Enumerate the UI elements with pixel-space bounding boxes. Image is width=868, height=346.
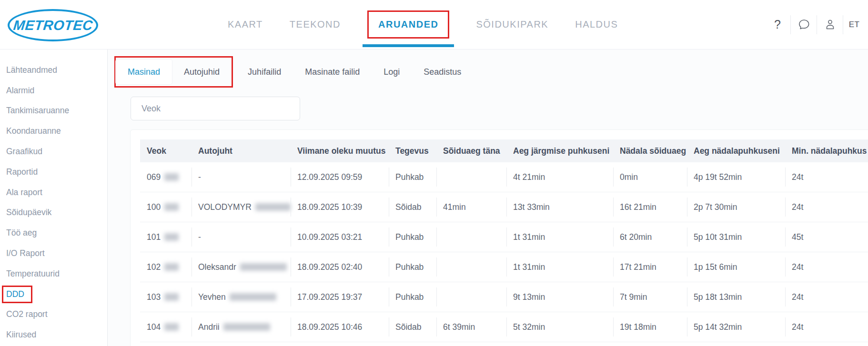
filter-box	[131, 97, 300, 120]
sidebar-item-graafikud[interactable]: Graafikud	[0, 141, 107, 162]
table-cell: 24t	[785, 252, 868, 282]
sidebar-item-ala-raport[interactable]: Ala raport	[0, 182, 107, 203]
ddd-table-card: VeokAutojuhtViimane oleku muutusTegevusS…	[130, 129, 868, 346]
sidebar-item-label: Ala raport	[6, 188, 42, 198]
metrotec-logo[interactable]: METROTEC	[8, 9, 98, 41]
tab-masinad[interactable]: Masinad	[116, 59, 172, 84]
sidebar-item-koondaruanne[interactable]: Koondaruanne	[0, 121, 107, 141]
redacted-blur	[223, 323, 270, 331]
nav-item-label: TEEKOND	[290, 19, 341, 30]
cell-veok: 100	[140, 192, 192, 222]
table-cell	[436, 222, 506, 252]
cell-autojuht: -	[192, 162, 291, 192]
help-icon[interactable]: ?	[765, 18, 790, 31]
redacted-blur	[240, 263, 287, 271]
table-cell: 9t 13min	[506, 282, 613, 312]
chat-icon[interactable]	[791, 18, 817, 31]
table-cell: 6t 20min	[613, 222, 687, 252]
user-icon[interactable]	[817, 18, 843, 31]
table-cell: Puhkab	[389, 282, 436, 312]
column-header: Nädala sõiduaeg	[613, 146, 687, 156]
table-cell: 24t	[785, 192, 868, 222]
sidebar-item-l-hteandmed[interactable]: Lähteandmed	[0, 60, 107, 80]
sidebar-item-co2-raport[interactable]: CO2 raport	[0, 305, 107, 325]
table-row[interactable]: 102 Oleksandr 18.09.2025 02:40Puhkab1t 3…	[140, 252, 868, 282]
table-cell: 2p 7t 30min	[687, 192, 785, 222]
language-selector[interactable]: ET	[843, 20, 865, 30]
tab-juhifailid[interactable]: Juhifailid	[236, 59, 293, 84]
nav-item-teekond[interactable]: TEEKOND	[290, 19, 341, 30]
vehicle-filter-input[interactable]	[131, 97, 300, 120]
table-cell: 5p 10t 31min	[687, 222, 785, 252]
table-row[interactable]: 104 Andrii 18.09.2025 10:46Sõidab6t 39mi…	[140, 312, 868, 342]
sidebar-item-label: Kiirused	[6, 330, 36, 340]
nav-item-kaart[interactable]: KAART	[228, 19, 263, 30]
nav-item-haldus[interactable]: HALDUS	[575, 19, 618, 30]
sidebar-item-label: Koondaruanne	[6, 126, 61, 136]
cell-autojuht: Yevhen	[192, 282, 291, 312]
cell-autojuht: -	[192, 222, 291, 252]
sidebar-item-tankimisaruanne[interactable]: Tankimisaruanne	[0, 101, 107, 121]
cell-veok: 103	[140, 282, 192, 312]
table-row[interactable]: 103 Yevhen 17.09.2025 19:37Puhkab9t 13mi…	[140, 282, 868, 312]
sidebar-item-label: Lähteandmed	[6, 65, 57, 75]
redacted-blur	[164, 323, 179, 331]
report-tabs: MasinadAutojuhidJuhifailidMasinate faili…	[108, 56, 473, 88]
table-cell: 18.09.2025 02:40	[291, 252, 389, 282]
annotation-box-tabs: MasinadAutojuhid	[114, 56, 233, 88]
table-cell	[436, 162, 506, 192]
logo-text: METROTEC	[12, 18, 93, 33]
table-header-row: VeokAutojuhtViimane oleku muutusTegevusS…	[140, 139, 868, 162]
cell-veok: 101	[140, 222, 192, 252]
table-cell: Puhkab	[389, 162, 436, 192]
table-cell: 41min	[436, 192, 506, 222]
sidebar-item-ddd[interactable]: DDD	[0, 284, 107, 305]
tab-masinate-failid[interactable]: Masinate failid	[293, 59, 372, 84]
column-header: Aeg järgmise puhkuseni	[506, 146, 613, 156]
table-cell: 10.09.2025 03:21	[291, 222, 389, 252]
table-cell: 7t 9min	[613, 282, 687, 312]
nav-item-s-idukipark[interactable]: SÕIDUKIPARK	[476, 19, 548, 30]
table-cell: 5p 14t 32min	[687, 312, 785, 342]
table-cell	[436, 282, 506, 312]
table-cell: 1t 31min	[506, 252, 613, 282]
table-cell: 17t 21min	[613, 252, 687, 282]
sidebar-item-label: Tankimisaruanne	[6, 106, 69, 116]
cell-veok: 104	[140, 312, 192, 342]
tab-logi[interactable]: Logi	[372, 59, 412, 84]
sidebar-item-label: Raportid	[6, 167, 38, 177]
redacted-blur	[164, 203, 179, 211]
table-cell: 5t 32min	[506, 312, 613, 342]
sidebar-item-temperatuurid[interactable]: Temperatuurid	[0, 264, 107, 284]
table-row[interactable]: 100 VOLODYMYR 18.09.2025 10:39Sõidab41mi…	[140, 192, 868, 222]
nav-item-aruanded-annotated[interactable]: ARUANDED	[367, 10, 449, 39]
sidebar: Lähteandmed Alarmid Tankimisaruanne Koon…	[0, 49, 108, 346]
cell-autojuht: VOLODYMYR	[192, 192, 291, 222]
table-cell: 5p 18t 13min	[687, 282, 785, 312]
table-cell: Puhkab	[389, 252, 436, 282]
table-cell: 0min	[613, 162, 687, 192]
sidebar-item-kiirused[interactable]: Kiirused	[0, 325, 107, 345]
sidebar-item-t-aeg[interactable]: Töö aeg	[0, 223, 107, 243]
sidebar-menu: Lähteandmed Alarmid Tankimisaruanne Koon…	[0, 49, 107, 345]
column-header: Min. nädalapuhkus	[785, 146, 868, 156]
sidebar-item-i-o-raport[interactable]: I/O Raport	[0, 243, 107, 264]
table-cell: 12.09.2025 09:59	[291, 162, 389, 192]
redacted-blur	[164, 173, 179, 181]
nav-item-label: KAART	[228, 19, 263, 30]
table-cell: 18.09.2025 10:46	[291, 312, 389, 342]
table-cell: 4p 19t 52min	[687, 162, 785, 192]
sidebar-item-raportid[interactable]: Raportid	[0, 162, 107, 182]
table-cell: Sõidab	[389, 312, 436, 342]
sidebar-item-label: Sõidupäevik	[6, 208, 51, 217]
table-cell: 13t 33min	[506, 192, 613, 222]
table-cell: 1t 31min	[506, 222, 613, 252]
table-row[interactable]: 069 - 12.09.2025 09:59Puhkab4t 21min0min…	[140, 162, 868, 192]
sidebar-item-alarmid[interactable]: Alarmid	[0, 80, 107, 101]
column-header: Aeg nädalapuhkuseni	[687, 146, 785, 156]
tab-seadistus[interactable]: Seadistus	[412, 59, 473, 84]
table-cell: 24t	[785, 282, 868, 312]
tab-autojuhid[interactable]: Autojuhid	[172, 59, 232, 84]
sidebar-item-s-idup-evik[interactable]: Sõidupäevik	[0, 203, 107, 223]
table-row[interactable]: 101 - 10.09.2025 03:21Puhkab1t 31min6t 2…	[140, 222, 868, 252]
